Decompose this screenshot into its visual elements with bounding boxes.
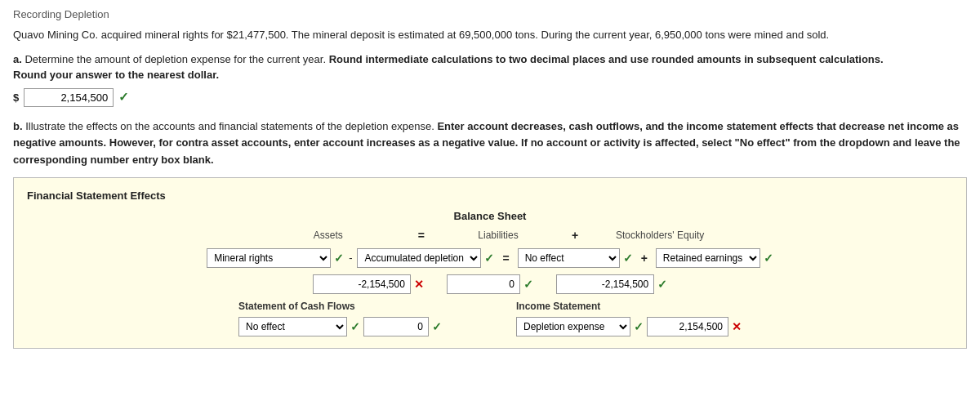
fse-container: Financial Statement Effects Balance Shee… bbox=[13, 177, 967, 349]
answer-input[interactable] bbox=[24, 88, 114, 107]
asset-dropdown-group: Mineral rights Accumulated depletion No … bbox=[207, 248, 494, 268]
asset1-select[interactable]: Mineral rights Accumulated depletion No … bbox=[207, 248, 331, 268]
asset2-check: ✓ bbox=[484, 252, 494, 265]
bs-dropdown-row: Mineral rights Accumulated depletion No … bbox=[27, 248, 953, 268]
liability-select[interactable]: No effect Accounts payable bbox=[518, 248, 620, 268]
cash-flow-check: ✓ bbox=[350, 320, 360, 333]
asset1-check: ✓ bbox=[334, 252, 344, 265]
liability-input[interactable] bbox=[447, 274, 520, 294]
liability-input-check: ✓ bbox=[523, 278, 533, 291]
fse-title: Financial Statement Effects bbox=[27, 189, 953, 202]
plus-sign: + bbox=[572, 229, 578, 242]
equals-sign2: = bbox=[502, 252, 509, 265]
income-x-icon: ✕ bbox=[732, 320, 742, 333]
assets-label: Assets bbox=[247, 230, 410, 241]
bs-labels-row: Assets = Liabilities + Stockholders' Equ… bbox=[27, 229, 953, 242]
cash-flow-input[interactable] bbox=[363, 317, 429, 336]
cash-flow-section: Statement of Cash Flows No effect Operat… bbox=[238, 301, 451, 336]
liability-dropdown-group: No effect Accounts payable ✓ bbox=[518, 248, 633, 268]
bs-input-row: ✕ = ✓ + ✓ bbox=[27, 274, 953, 294]
part-a-instruction: a. Determine the amount of depletion exp… bbox=[13, 51, 967, 83]
equity-input-check: ✓ bbox=[657, 278, 667, 291]
liability-check: ✓ bbox=[623, 252, 633, 265]
part-b-instruction: b. Illustrate the effects on the account… bbox=[13, 118, 967, 169]
equity-input[interactable] bbox=[556, 274, 654, 294]
cash-flow-label: Statement of Cash Flows bbox=[238, 301, 355, 312]
equity-check: ✓ bbox=[764, 252, 773, 265]
income-label: Income Statement bbox=[516, 301, 600, 312]
answer-check-icon: ✓ bbox=[118, 90, 129, 105]
dollar-sign: $ bbox=[13, 91, 19, 104]
income-check: ✓ bbox=[634, 320, 644, 333]
asset-input[interactable] bbox=[313, 274, 411, 294]
equity-select[interactable]: Retained earnings No effect bbox=[656, 248, 760, 268]
cash-flow-field-row: No effect Operating activities Investing… bbox=[238, 317, 442, 336]
page-title: Recording Depletion bbox=[13, 8, 967, 20]
equals-sign: = bbox=[418, 229, 425, 242]
minus-label: - bbox=[349, 252, 352, 264]
part-a-section: a. Determine the amount of depletion exp… bbox=[13, 51, 967, 107]
equity-dropdown-group: Retained earnings No effect ✓ bbox=[656, 248, 773, 268]
equity-input-group: ✓ bbox=[556, 274, 667, 294]
asset-x-icon: ✕ bbox=[414, 278, 424, 291]
income-select[interactable]: Depletion expense No effect bbox=[516, 317, 630, 336]
cash-flow-select[interactable]: No effect Operating activities Investing… bbox=[238, 317, 347, 336]
asset2-select[interactable]: Accumulated depletion Mineral rights No … bbox=[357, 248, 481, 268]
liability-input-group: ✓ bbox=[447, 274, 533, 294]
balance-sheet-header: Balance Sheet bbox=[27, 210, 953, 222]
round-instruction: Round your answer to the nearest dollar. bbox=[13, 69, 219, 81]
lower-row: Statement of Cash Flows No effect Operat… bbox=[27, 301, 953, 336]
answer-row: $ ✓ bbox=[13, 88, 967, 107]
cash-flow-input-check: ✓ bbox=[432, 320, 442, 333]
income-field-row: Depletion expense No effect ✓ ✕ bbox=[516, 317, 742, 336]
asset-input-group: ✕ bbox=[313, 274, 424, 294]
income-section: Income Statement Depletion expense No ef… bbox=[516, 301, 742, 336]
intro-text: Quavo Mining Co. acquired mineral rights… bbox=[13, 27, 967, 43]
equity-label: Stockholders' Equity bbox=[586, 230, 733, 241]
part-b-section: b. Illustrate the effects on the account… bbox=[13, 118, 967, 349]
plus-sign2: + bbox=[641, 252, 648, 265]
income-input[interactable] bbox=[647, 317, 728, 336]
liabilities-label: Liabilities bbox=[433, 230, 564, 241]
